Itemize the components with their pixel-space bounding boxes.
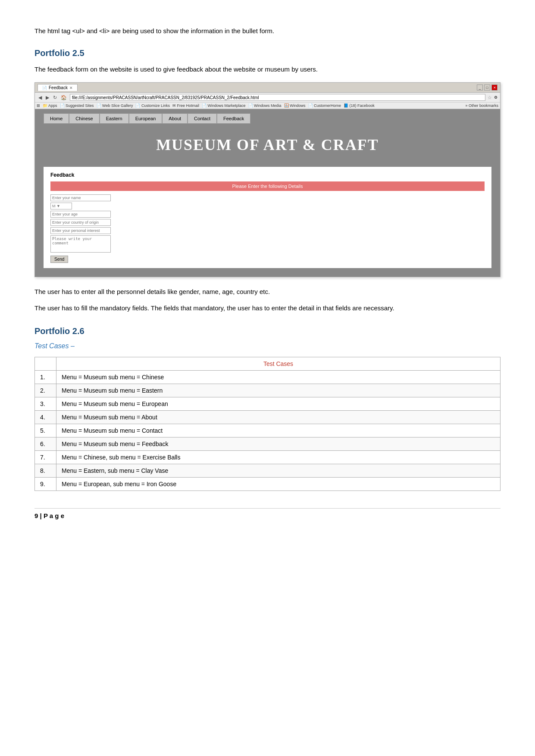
page-label-separator: | <box>40 512 44 519</box>
portfolio-26-section: Portfolio 2.6 Test Cases – Test Cases 1.… <box>34 326 501 491</box>
bookmark-marketplace[interactable]: 📄 Windows Marketplace <box>202 103 246 108</box>
bookmarks-icon: ⊞ <box>37 103 40 108</box>
feedback-form-section: Feedback Please Enter the following Deta… <box>44 167 491 268</box>
other-bookmarks[interactable]: » Other bookmarks <box>465 103 498 108</box>
nav-about[interactable]: About <box>162 113 188 124</box>
row-number: 2. <box>35 384 56 397</box>
museum-title-box: MUSEUM OF ART & CRAFT <box>44 128 491 162</box>
table-row: 4.Menu = Museum sub menu = About <box>35 411 501 424</box>
bookmark-hotmail[interactable]: ✉ Free Hotmail <box>172 103 199 108</box>
portfolio-25-desc3: The user has to fill the mandatory field… <box>34 303 501 313</box>
tab-icon: 📄 <box>42 86 47 90</box>
row-number: 1. <box>35 371 56 384</box>
row-number: 5. <box>35 424 56 437</box>
nav-feedback[interactable]: Feedback <box>217 113 250 124</box>
intro-paragraph: The html tag <ul> and <li> are being use… <box>34 26 501 36</box>
page-footer: 9 | P a g e <box>34 508 501 519</box>
browser-screenshot: 📄 Feedback ✕ _ □ ✕ ◀ ▶ ↻ 🏠 ☆ ⚙ ⊞ 📁 Apps … <box>34 82 501 277</box>
table-cases-header: Test Cases <box>56 357 501 371</box>
forward-button[interactable]: ▶ <box>45 95 50 100</box>
gender-input[interactable] <box>50 203 72 209</box>
museum-title: MUSEUM OF ART & CRAFT <box>156 136 379 153</box>
bookmark-apps[interactable]: 📁 Apps <box>43 103 57 108</box>
browser-titlebar: 📄 Feedback ✕ _ □ ✕ <box>35 83 500 93</box>
nav-eastern[interactable]: Eastern <box>100 113 129 124</box>
row-text: Menu = Museum sub menu = About <box>56 411 501 424</box>
restore-button[interactable]: □ <box>484 84 490 91</box>
table-row: 1.Menu = Museum sub menu = Chinese <box>35 371 501 384</box>
row-number: 7. <box>35 451 56 464</box>
table-row: 5.Menu = Museum sub menu = Contact <box>35 424 501 437</box>
bookmark-webslice[interactable]: 📄 Web Slice Gallery <box>97 103 133 108</box>
bookmark-customize[interactable]: 📄 Customize Links <box>135 103 170 108</box>
row-number: 8. <box>35 464 56 478</box>
nav-chinese[interactable]: Chinese <box>69 113 99 124</box>
portfolio-25-heading: Portfolio 2.5 <box>34 48 501 58</box>
portfolio-25-desc1: The feedback form on the website is used… <box>34 64 501 75</box>
feedback-banner: Please Enter the following Details <box>50 181 485 191</box>
test-cases-label: Test Cases – <box>34 342 501 350</box>
table-row: 2.Menu = Museum sub menu = Eastern <box>35 384 501 397</box>
page-label: P a g e <box>44 512 64 519</box>
nav-contact[interactable]: Contact <box>188 113 217 124</box>
row-text: Menu = Museum sub menu = Chinese <box>56 371 501 384</box>
nav-european[interactable]: European <box>129 113 163 124</box>
back-button[interactable]: ◀ <box>38 95 43 100</box>
feedback-section-heading: Feedback <box>50 172 485 178</box>
table-row: 8.Menu = Eastern, sub menu = Clay Vase <box>35 464 501 478</box>
bookmark-facebook[interactable]: 📘 (18) Facebook <box>344 103 375 108</box>
portfolio-25-desc2: The user has to enter all the personnel … <box>34 287 501 297</box>
tab-label: Feedback <box>49 85 68 90</box>
row-number: 6. <box>35 437 56 451</box>
test-cases-table: Test Cases 1.Menu = Museum sub menu = Ch… <box>34 357 501 491</box>
nav-home[interactable]: Home <box>44 113 69 124</box>
row-text: Menu = Museum sub menu = Eastern <box>56 384 501 397</box>
row-text: Menu = Chinese, sub menu = Exercise Ball… <box>56 451 501 464</box>
send-button[interactable]: Send <box>50 256 68 263</box>
row-text: Menu = Museum sub menu = Contact <box>56 424 501 437</box>
interest-input[interactable] <box>50 227 111 234</box>
bookmark-media[interactable]: 📄 Windows Media <box>248 103 282 108</box>
settings-icon[interactable]: ⚙ <box>494 95 497 100</box>
page-number: 9 <box>34 512 38 519</box>
row-text: Menu = Museum sub menu = European <box>56 397 501 411</box>
browser-addressbar: ◀ ▶ ↻ 🏠 ☆ ⚙ <box>35 93 500 103</box>
website-navbar: Home Chinese Eastern European About Cont… <box>44 113 491 124</box>
bookmark-suggested[interactable]: 📄 Suggested Sites <box>60 103 94 108</box>
table-row: 3.Menu = Museum sub menu = European <box>35 397 501 411</box>
row-number: 9. <box>35 478 56 491</box>
age-input[interactable] <box>50 211 111 218</box>
row-number: 3. <box>35 397 56 411</box>
table-num-header <box>35 357 56 371</box>
home-nav-button[interactable]: 🏠 <box>60 95 68 100</box>
name-input[interactable] <box>50 194 111 201</box>
portfolio-26-heading: Portfolio 2.6 <box>34 326 501 336</box>
window-controls: _ □ ✕ <box>477 84 497 91</box>
country-input[interactable] <box>50 219 111 226</box>
table-row: 9.Menu = European, sub menu = Iron Goose <box>35 478 501 491</box>
comment-textarea[interactable] <box>50 235 111 253</box>
table-row: 6.Menu = Museum sub menu = Feedback <box>35 437 501 451</box>
table-row: 7.Menu = Chinese, sub menu = Exercise Ba… <box>35 451 501 464</box>
address-bar-input[interactable] <box>70 94 485 101</box>
website-body: Home Chinese Eastern European About Cont… <box>35 109 500 277</box>
bookmark-windows[interactable]: 🪟 Windows <box>284 103 306 108</box>
browser-bookmarks-bar: ⊞ 📁 Apps 📄 Suggested Sites 📄 Web Slice G… <box>35 103 500 109</box>
star-icon[interactable]: ☆ <box>488 95 492 100</box>
bookmark-customer[interactable]: 📄 CustomerHome <box>308 103 341 108</box>
close-button[interactable]: ✕ <box>491 84 497 91</box>
tab-close-icon[interactable]: ✕ <box>69 86 73 90</box>
row-text: Menu = Museum sub menu = Feedback <box>56 437 501 451</box>
row-text: Menu = Eastern, sub menu = Clay Vase <box>56 464 501 478</box>
website-content: Home Chinese Eastern European About Cont… <box>35 109 500 277</box>
refresh-button[interactable]: ↻ <box>52 95 58 100</box>
minimize-button[interactable]: _ <box>477 84 483 91</box>
row-number: 4. <box>35 411 56 424</box>
row-text: Menu = European, sub menu = Iron Goose <box>56 478 501 491</box>
browser-tab[interactable]: 📄 Feedback ✕ <box>38 84 78 91</box>
